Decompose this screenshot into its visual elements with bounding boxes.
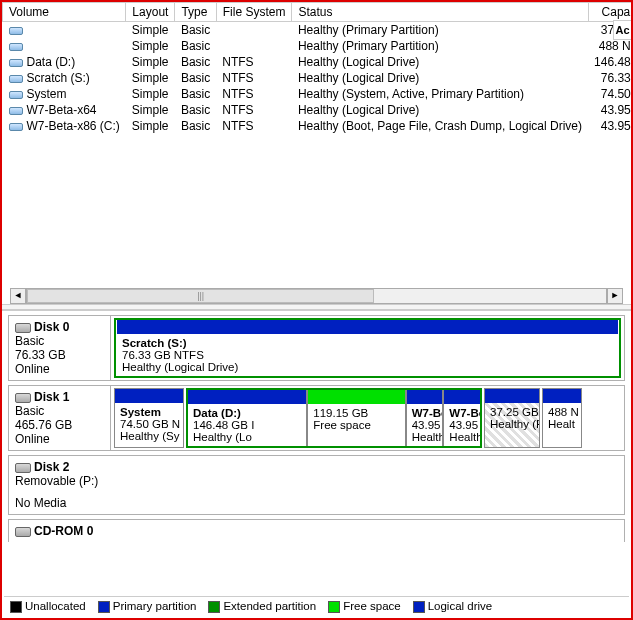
free-part-size: 119.15 GB [313,407,399,419]
primary-37-partition[interactable]: 37.25 GB Healthy (P [484,388,540,448]
volume-icon [9,123,23,131]
col-capacity[interactable]: Capa [588,3,631,22]
p37-part-size: 37.25 GB [490,406,534,418]
disk-icon [15,393,31,403]
primary-488-partition[interactable]: 488 N Healt [542,388,582,448]
disk-2-sub: Removable (P:) [15,474,618,488]
partition-bar [485,389,539,403]
volume-header-row[interactable]: Volume Layout Type File System Status Ca… [3,3,632,22]
scroll-right-button[interactable]: ► [607,288,623,304]
legend-logical: Logical drive [413,600,493,613]
disk-1-size: 465.76 GB [15,418,104,432]
col-status[interactable]: Status [292,3,588,22]
cdrom-icon [15,527,31,537]
table-row[interactable]: Data (D:)SimpleBasicNTFSHealthy (Logical… [3,54,632,70]
disk-1-extended[interactable]: Data (D:) 146.48 GB I Healthy (Lo 119.15… [186,388,482,448]
p488-part-size: 488 N [548,406,576,418]
partition-bar [407,390,443,404]
disk-0-info: Disk 0 Basic 76.33 GB Online [9,316,111,380]
system-partition[interactable]: System 74.50 GB N Healthy (Sy [114,388,184,448]
disk-1-info: Disk 1 Basic 465.76 GB Online [9,386,111,450]
partition-bar [117,320,618,334]
volume-icon [9,91,23,99]
w7beta-a-partition[interactable]: W7-Beta- 43.95 GB I Healthy (L [406,390,444,446]
w7a-part-name: W7-Beta- [412,407,438,419]
table-row[interactable]: SimpleBasicHealthy (Primary Partition)48… [3,38,632,54]
disk-1-status: Online [15,432,104,446]
disk-1-row[interactable]: Disk 1 Basic 465.76 GB Online System 74.… [8,385,625,451]
col-filesystem[interactable]: File System [216,3,292,22]
w7a-part-status: Healthy (L [412,431,438,443]
disk-1-title: Disk 1 [34,390,69,404]
volume-icon [9,75,23,83]
col-layout[interactable]: Layout [126,3,175,22]
data-partition[interactable]: Data (D:) 146.48 GB I Healthy (Lo [188,390,307,446]
disk-graphical-pane: Disk 0 Basic 76.33 GB Online Scratch (S:… [2,310,631,542]
volume-list-pane: Volume Layout Type File System Status Ca… [2,2,631,304]
legend-free: Free space [328,600,401,613]
right-pane-tab[interactable]: Ac [613,20,631,40]
legend-primary: Primary partition [98,600,197,613]
disk-0-status: Online [15,362,104,376]
scratch-part-status: Healthy (Logical Drive) [122,361,613,373]
cdrom-0-row[interactable]: CD-ROM 0 [8,519,625,542]
cdrom-0-title: CD-ROM 0 [34,524,93,538]
w7a-part-size: 43.95 GB I [412,419,438,431]
scroll-left-button[interactable]: ◄ [10,288,26,304]
p488-part-status: Healt [548,418,576,430]
scratch-part-size: 76.33 GB NTFS [122,349,613,361]
disk-icon [15,323,31,333]
disk-0-title: Disk 0 [34,320,69,334]
disk-2-row[interactable]: Disk 2 Removable (P:) No Media [8,455,625,515]
volume-table[interactable]: Volume Layout Type File System Status Ca… [2,2,631,134]
w7beta-b-partition[interactable]: W7-Beta 43.95 GB Healthy ( [443,390,480,446]
system-part-size: 74.50 GB N [120,418,178,430]
volume-icon [9,43,23,51]
system-part-name: System [120,406,178,418]
disk-0-row[interactable]: Disk 0 Basic 76.33 GB Online Scratch (S:… [8,315,625,381]
disk-icon [15,463,31,473]
col-volume[interactable]: Volume [3,3,126,22]
scratch-part-name: Scratch (S:) [122,337,613,349]
system-part-status: Healthy (Sy [120,430,178,442]
table-row[interactable]: W7-Beta-x86 (C:)SimpleBasicNTFSHealthy (… [3,118,632,134]
data-part-name: Data (D:) [193,407,301,419]
legend-unallocated: Unallocated [10,600,86,613]
legend: Unallocated Primary partition Extended p… [4,596,629,616]
disk-2-status: No Media [15,496,618,510]
disk-0-type: Basic [15,334,104,348]
scroll-track[interactable]: ||| [26,288,607,304]
data-part-status: Healthy (Lo [193,431,301,443]
partition-bar [188,390,306,404]
table-row[interactable]: SystemSimpleBasicNTFSHealthy (System, Ac… [3,86,632,102]
scroll-thumb[interactable]: ||| [27,289,374,303]
volume-icon [9,27,23,35]
disk-0-size: 76.33 GB [15,348,104,362]
disk-1-type: Basic [15,404,104,418]
disk-0-extended[interactable]: Scratch (S:) 76.33 GB NTFS Healthy (Logi… [114,318,621,378]
w7b-part-size: 43.95 GB [449,419,475,431]
disk-2-title: Disk 2 [34,460,69,474]
partition-bar [308,390,404,404]
legend-extended: Extended partition [208,600,316,613]
table-row[interactable]: W7-Beta-x64SimpleBasicNTFSHealthy (Logic… [3,102,632,118]
w7b-part-status: Healthy ( [449,431,475,443]
partition-bar [543,389,581,403]
data-part-size: 146.48 GB I [193,419,301,431]
table-row[interactable]: SimpleBasicHealthy (Primary Partition)37… [3,22,632,39]
horizontal-scrollbar[interactable]: ◄ ||| ► [10,288,623,304]
w7b-part-name: W7-Beta [449,407,475,419]
partition-bar [115,389,183,403]
volume-icon [9,59,23,67]
partition-bar [444,390,480,404]
volume-icon [9,107,23,115]
free-space-partition[interactable]: 119.15 GB Free space [307,390,405,446]
free-part-status: Free space [313,419,399,431]
table-row[interactable]: Scratch (S:)SimpleBasicNTFSHealthy (Logi… [3,70,632,86]
col-type[interactable]: Type [175,3,216,22]
p37-part-status: Healthy (P [490,418,534,430]
